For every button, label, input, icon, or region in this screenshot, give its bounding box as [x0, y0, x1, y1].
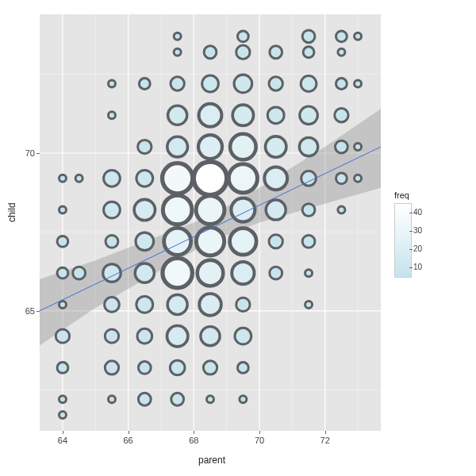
data-point [269, 77, 282, 90]
data-point [59, 301, 66, 308]
legend-tick-label: 30 [413, 226, 422, 235]
legend-tickmark [409, 267, 413, 268]
legend-tickmark [409, 231, 413, 232]
data-point [355, 175, 362, 182]
x-tick-label: 66 [117, 436, 140, 445]
data-point [305, 301, 313, 308]
data-point [204, 46, 217, 59]
x-tickmark [194, 431, 194, 434]
data-point [336, 173, 347, 184]
x-tick-label: 72 [313, 436, 337, 445]
data-point [73, 267, 86, 279]
data-point [104, 202, 121, 218]
data-point [237, 31, 248, 42]
data-point [198, 135, 222, 159]
data-point [163, 163, 193, 194]
legend: freq 10203040 [394, 190, 470, 276]
data-point [234, 75, 252, 93]
data-point [338, 48, 345, 56]
data-point [57, 363, 68, 374]
data-point [355, 33, 362, 40]
legend-tick-label: 40 [413, 208, 422, 217]
legend-tickmark [409, 213, 413, 213]
data-point [198, 260, 224, 286]
data-point [136, 232, 154, 251]
data-point [59, 175, 66, 182]
data-point [163, 195, 192, 225]
data-point [164, 228, 191, 255]
plot-panel [40, 14, 381, 431]
x-axis-label: parent [198, 455, 225, 466]
data-point [355, 144, 362, 151]
legend-tick-label: 10 [413, 263, 422, 271]
data-point [228, 164, 257, 193]
data-point [264, 167, 287, 190]
x-tickmark [129, 431, 129, 434]
data-point [104, 170, 121, 186]
data-point [75, 175, 83, 182]
data-point [202, 75, 219, 92]
data-point [269, 235, 282, 248]
data-point [108, 80, 115, 87]
x-tickmark [63, 431, 63, 434]
data-point [106, 235, 118, 248]
data-point [59, 206, 66, 213]
data-point [108, 112, 115, 119]
y-tickmark [36, 153, 40, 154]
data-point [355, 80, 362, 87]
data-point [171, 77, 184, 90]
data-point [105, 298, 120, 313]
x-tick-label: 70 [248, 436, 271, 445]
data-point [199, 294, 221, 316]
data-point [301, 171, 317, 186]
data-point [335, 109, 348, 122]
data-point [237, 363, 248, 374]
data-point [57, 267, 68, 278]
data-point [194, 162, 227, 195]
data-point [168, 106, 187, 125]
data-point [267, 107, 284, 124]
data-point [174, 48, 181, 56]
data-point [270, 267, 282, 279]
x-tick-label: 68 [182, 436, 205, 445]
data-point [302, 30, 315, 43]
data-point [240, 396, 247, 403]
data-point [300, 106, 318, 125]
legend-tickmark [409, 249, 413, 250]
data-point [171, 393, 184, 405]
data-point [196, 196, 225, 225]
data-point [336, 31, 347, 42]
data-point [266, 136, 286, 157]
data-point [56, 329, 69, 343]
data-point [174, 33, 181, 40]
legend-title: freq [394, 190, 470, 200]
data-point [163, 258, 192, 287]
data-point [139, 79, 150, 90]
data-point [236, 298, 250, 311]
data-point [231, 198, 255, 222]
data-point [138, 362, 151, 374]
data-point [232, 262, 254, 284]
y-tick-label: 65 [11, 306, 35, 316]
legend-colorbar: 10203040 [394, 203, 410, 276]
data-point [303, 47, 314, 58]
data-point [335, 140, 347, 153]
data-point [302, 204, 315, 217]
data-point [136, 170, 153, 186]
x-tickmark [259, 431, 260, 434]
data-point [138, 140, 152, 153]
legend-tick-label: 20 [413, 244, 422, 253]
x-tickmark [325, 431, 326, 434]
x-tick-label: 64 [51, 436, 75, 445]
data-point [135, 263, 154, 282]
data-point [170, 360, 185, 375]
data-point [167, 136, 188, 157]
data-point [137, 328, 152, 344]
data-point [136, 297, 153, 313]
data-point [167, 294, 187, 314]
data-point [59, 396, 66, 403]
plot-svg [40, 14, 381, 431]
data-point [59, 412, 66, 419]
data-point [230, 228, 257, 255]
data-point [134, 199, 155, 220]
